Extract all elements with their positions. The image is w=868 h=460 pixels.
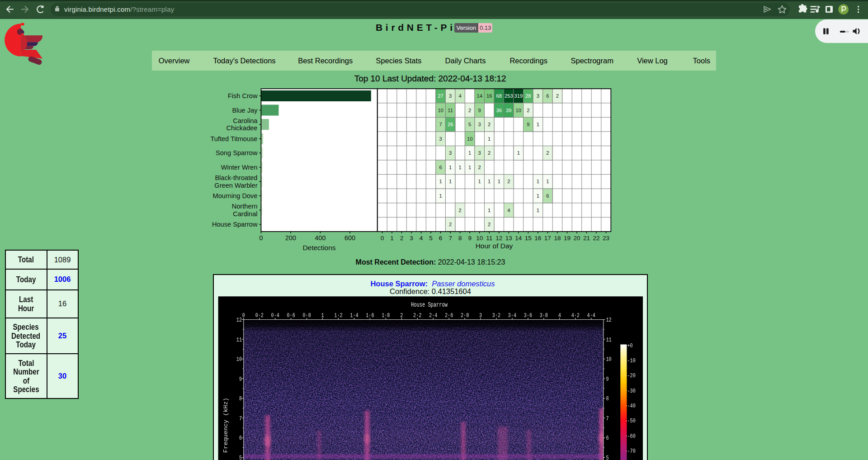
svg-text:House Sparrow: House Sparrow <box>411 301 448 308</box>
svg-text:-20: -20 <box>627 372 636 379</box>
svg-text:5: 5 <box>239 455 242 460</box>
svg-text:Frequency (kHz): Frequency (kHz) <box>222 398 229 453</box>
svg-text:5: 5 <box>606 455 609 460</box>
svg-text:11: 11 <box>606 337 612 343</box>
svg-text:-60: -60 <box>627 433 636 440</box>
svg-text:12: 12 <box>606 317 612 323</box>
svg-text:9: 9 <box>606 376 609 383</box>
svg-text:-30: -30 <box>627 388 636 394</box>
svg-text:6: 6 <box>606 435 609 441</box>
svg-text:+0: +0 <box>627 342 633 349</box>
svg-text:9: 9 <box>239 376 242 383</box>
svg-text:10: 10 <box>606 356 612 363</box>
svg-text:7: 7 <box>606 415 609 422</box>
svg-text:8: 8 <box>606 395 609 402</box>
svg-text:-40: -40 <box>627 403 636 409</box>
svg-text:12: 12 <box>236 317 242 323</box>
svg-text:10: 10 <box>236 356 242 363</box>
svg-text:7: 7 <box>239 415 242 422</box>
svg-text:8: 8 <box>239 395 242 402</box>
svg-text:-70: -70 <box>627 448 636 455</box>
svg-text:6: 6 <box>239 435 242 441</box>
svg-text:11: 11 <box>236 337 242 343</box>
svg-text:-50: -50 <box>627 417 636 424</box>
svg-text:-10: -10 <box>627 357 636 364</box>
